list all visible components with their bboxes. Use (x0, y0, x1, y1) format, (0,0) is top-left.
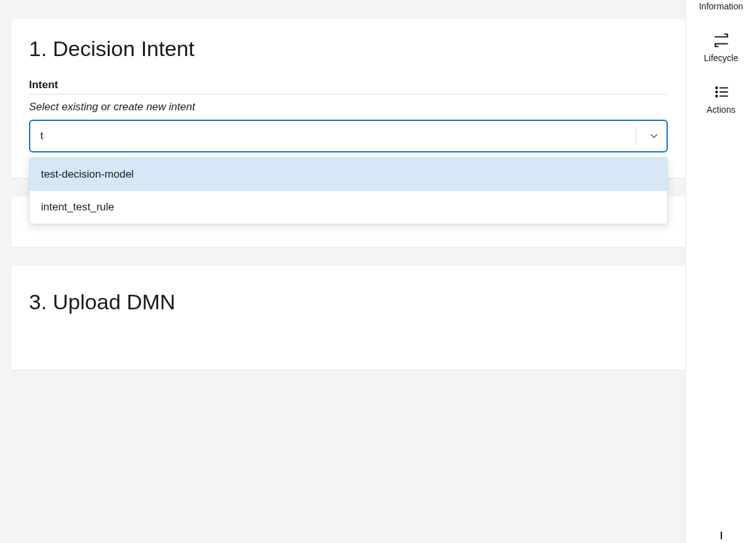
intent-field: Intent Select existing or create new int… (29, 79, 668, 152)
main-content: 1. Decision Intent Intent Select existin… (0, 0, 685, 543)
dropdown-item[interactable]: test-decision-model (30, 158, 667, 191)
intent-dropdown: test-decision-model intent_test_rule (29, 157, 668, 224)
svg-point-4 (716, 91, 718, 93)
rail-actions-label: Actions (707, 105, 736, 115)
decision-intent-title: 1. Decision Intent (29, 37, 668, 61)
chevron-down-icon (648, 130, 660, 142)
upload-dmn-title: 3. Upload DMN (29, 290, 668, 314)
intent-label: Intent (29, 79, 668, 94)
rail-actions[interactable]: Actions (686, 72, 756, 123)
combo-toggle[interactable] (641, 121, 667, 151)
svg-point-2 (716, 87, 718, 89)
intent-helper: Select existing or create new intent (29, 101, 668, 113)
intent-combobox-wrap: test-decision-model intent_test_rule (29, 120, 668, 152)
dropdown-item[interactable]: intent_test_rule (30, 191, 667, 224)
rail-information[interactable]: Information (686, 0, 756, 20)
rail-information-label: Information (699, 1, 743, 11)
actions-icon (713, 83, 730, 101)
rail-lifecycle[interactable]: Lifecycle (686, 20, 756, 72)
intent-input[interactable] (40, 130, 631, 142)
decision-intent-card: 1. Decision Intent Intent Select existin… (11, 19, 685, 178)
right-rail: Information Lifecycle Actions (685, 0, 756, 543)
rail-lifecycle-label: Lifecycle (704, 53, 738, 63)
rail-bottom-tick (721, 532, 722, 539)
combo-divider (636, 127, 636, 145)
upload-dmn-card: 3. Upload DMN (11, 266, 685, 370)
intent-combobox[interactable] (29, 120, 668, 152)
lifecycle-icon (713, 31, 730, 49)
svg-point-6 (716, 95, 718, 97)
